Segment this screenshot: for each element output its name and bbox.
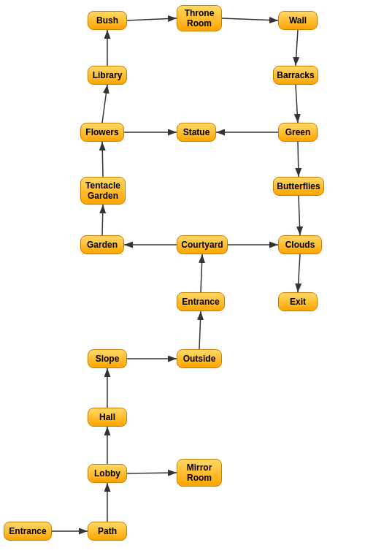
arrow-flowers-to-library xyxy=(102,85,107,123)
node-entrance-bottom[interactable]: Entrance xyxy=(4,522,52,541)
node-barracks[interactable]: Barracks xyxy=(273,66,318,85)
node-path[interactable]: Path xyxy=(88,522,127,541)
node-mirror-room[interactable]: Mirror Room xyxy=(177,459,222,487)
node-entrance-top[interactable]: Entrance xyxy=(177,292,225,311)
node-throne-room[interactable]: Throne Room xyxy=(177,5,222,31)
node-garden[interactable]: Garden xyxy=(80,235,124,254)
node-flowers[interactable]: Flowers xyxy=(80,123,124,142)
node-library[interactable]: Library xyxy=(88,66,127,85)
node-outside[interactable]: Outside xyxy=(177,349,222,368)
node-wall[interactable]: Wall xyxy=(278,11,318,30)
diagram: Throne RoomBushWallLibraryBarracksFlower… xyxy=(0,0,392,556)
arrow-lobby-to-mirror-room xyxy=(127,473,177,473)
node-tentacle-garden[interactable]: Tentacle Garden xyxy=(80,177,126,205)
arrow-entrance-top-to-courtyard xyxy=(201,254,202,292)
arrow-barracks-to-green xyxy=(296,85,298,123)
node-exit[interactable]: Exit xyxy=(278,292,318,311)
node-bush[interactable]: Bush xyxy=(88,11,127,30)
node-butterflies[interactable]: Butterflies xyxy=(273,177,324,196)
arrow-garden-to-tentacle-garden xyxy=(102,205,103,235)
node-clouds[interactable]: Clouds xyxy=(278,235,322,254)
arrow-green-to-butterflies xyxy=(298,142,299,177)
node-courtyard[interactable]: Courtyard xyxy=(177,235,228,254)
arrow-throne-room-to-wall xyxy=(222,18,278,20)
arrow-tentacle-garden-to-flowers xyxy=(102,142,103,177)
arrow-outside-to-entrance-top xyxy=(199,311,201,349)
arrow-clouds-to-exit xyxy=(298,254,300,292)
node-hall[interactable]: Hall xyxy=(88,408,127,427)
node-lobby[interactable]: Lobby xyxy=(88,464,127,483)
node-statue[interactable]: Statue xyxy=(177,123,216,142)
arrow-butterflies-to-clouds xyxy=(299,196,300,235)
arrow-bush-to-throne-room xyxy=(127,18,177,20)
arrow-wall-to-barracks xyxy=(296,30,298,66)
node-slope[interactable]: Slope xyxy=(88,349,127,368)
node-green[interactable]: Green xyxy=(278,123,318,142)
